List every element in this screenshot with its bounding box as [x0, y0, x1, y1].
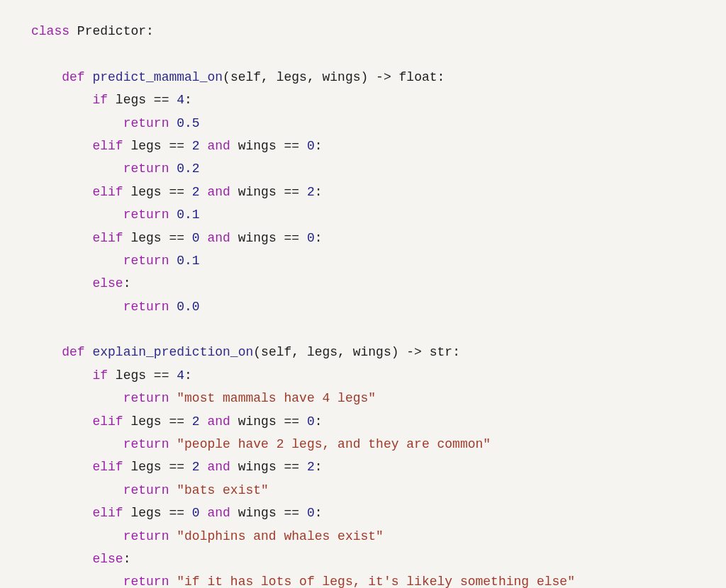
space [85, 345, 93, 359]
return-type: float [399, 70, 437, 84]
colon: : [315, 231, 323, 245]
cond-text: legs == [123, 506, 192, 520]
space [169, 575, 177, 588]
colon: : [315, 460, 323, 474]
keyword-return: return [123, 162, 169, 176]
space [85, 70, 93, 84]
space [169, 483, 177, 497]
cond-text: legs == [123, 139, 192, 153]
string-literal: "people have 2 legs, and they are common… [177, 437, 491, 451]
keyword-if: if [92, 93, 108, 107]
num-literal: 0 [307, 231, 315, 245]
colon: : [123, 552, 131, 566]
space [169, 162, 177, 176]
num-literal: 4 [177, 93, 184, 107]
colon: : [315, 414, 323, 429]
num-literal: 2 [192, 139, 200, 153]
colon: : [315, 506, 323, 520]
space [169, 300, 177, 314]
cond-text: legs == [123, 231, 192, 245]
keyword-return: return [123, 254, 169, 268]
keyword-and: and [207, 231, 230, 245]
space [169, 208, 177, 222]
cond-text: wings == [230, 506, 307, 520]
num-literal: 2 [192, 414, 200, 429]
keyword-return: return [123, 300, 169, 314]
cond-text: wings == [230, 231, 307, 245]
keyword-else: else [92, 276, 123, 290]
num-literal: 0.1 [177, 254, 199, 268]
colon: : [123, 276, 131, 290]
space [200, 139, 208, 153]
method-params: (self, legs, wings) -> [223, 70, 398, 84]
keyword-def: def [62, 345, 84, 359]
space [69, 24, 77, 38]
string-literal: "if it has lots of legs, it's likely som… [177, 575, 575, 588]
return-type: str [430, 345, 452, 359]
method-name: explain_prediction_on [92, 345, 253, 359]
string-literal: "dolphins and whales exist" [177, 529, 384, 543]
keyword-class: class [31, 24, 69, 38]
keyword-and: and [207, 506, 230, 520]
class-name: Predictor [77, 24, 146, 38]
num-literal: 0 [192, 231, 200, 245]
space [200, 185, 208, 199]
cond-text: legs == [123, 185, 192, 199]
space [169, 437, 177, 451]
keyword-else: else [92, 552, 123, 566]
keyword-elif: elif [92, 185, 123, 199]
keyword-return: return [123, 391, 169, 405]
num-literal: 0 [307, 414, 315, 429]
num-literal: 0.2 [177, 162, 199, 176]
keyword-elif: elif [92, 460, 123, 474]
method-close: : [437, 70, 445, 84]
cond-text: legs == [123, 460, 192, 474]
cond-text: wings == [230, 139, 307, 153]
num-literal: 0.5 [177, 116, 199, 130]
space [200, 506, 208, 520]
colon: : [184, 93, 192, 107]
string-literal: "bats exist" [177, 483, 269, 497]
keyword-and: and [207, 139, 230, 153]
num-literal: 0 [192, 506, 200, 520]
method-params: (self, legs, wings) -> [253, 345, 429, 359]
num-literal: 2 [192, 185, 200, 199]
space [169, 254, 177, 268]
num-literal: 2 [192, 460, 200, 474]
keyword-return: return [123, 483, 169, 497]
keyword-elif: elif [92, 139, 123, 153]
num-literal: 0 [307, 506, 315, 520]
keyword-return: return [123, 529, 169, 543]
space [169, 391, 177, 405]
keyword-return: return [123, 575, 169, 588]
num-literal: 2 [307, 185, 315, 199]
keyword-and: and [207, 414, 230, 429]
keyword-and: and [207, 460, 230, 474]
keyword-elif: elif [92, 414, 123, 429]
num-literal: 0.1 [177, 208, 199, 222]
string-literal: "most mammals have 4 legs" [177, 391, 376, 405]
keyword-elif: elif [92, 231, 123, 245]
keyword-return: return [123, 437, 169, 451]
colon: : [315, 185, 323, 199]
space [200, 414, 208, 429]
colon: : [146, 24, 154, 38]
keyword-elif: elif [92, 506, 123, 520]
num-literal: 0.0 [177, 300, 199, 314]
cond-text: legs == [108, 368, 177, 383]
keyword-if: if [92, 368, 108, 383]
space [169, 116, 177, 130]
num-literal: 2 [307, 460, 315, 474]
keyword-and: and [207, 185, 230, 199]
cond-text: wings == [230, 185, 307, 199]
cond-text: legs == [123, 414, 192, 429]
keyword-return: return [123, 116, 169, 130]
colon: : [315, 139, 323, 153]
space [200, 231, 208, 245]
space [200, 460, 208, 474]
code-block: class Predictor: def predict_mammal_on(s… [0, 0, 726, 588]
colon: : [184, 368, 192, 383]
keyword-def: def [62, 70, 84, 84]
cond-text: legs == [108, 93, 177, 107]
num-literal: 0 [307, 139, 315, 153]
